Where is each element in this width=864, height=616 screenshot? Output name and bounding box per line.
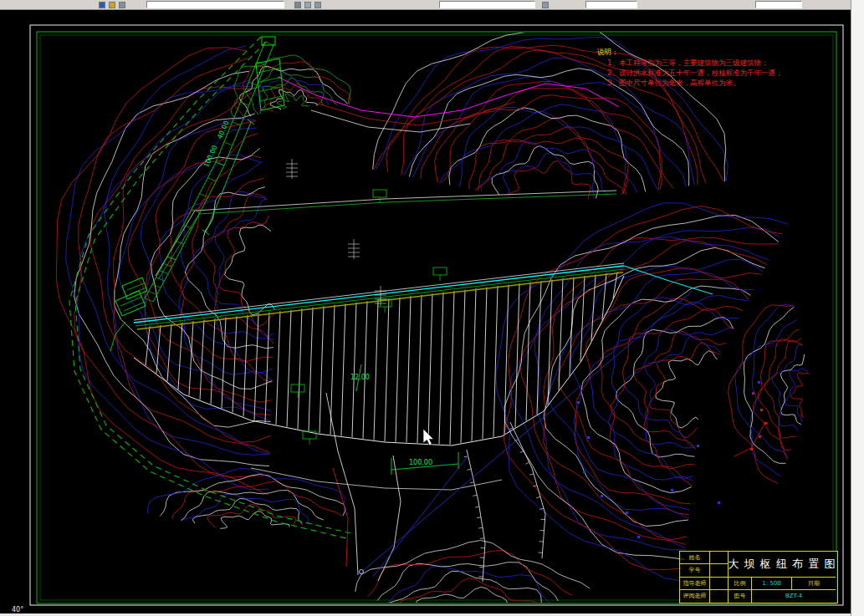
right-panel-strip[interactable] bbox=[851, 0, 864, 616]
title-block-value bbox=[710, 590, 729, 603]
contour-lines bbox=[56, 24, 809, 616]
dam-structure bbox=[110, 263, 713, 445]
survey-points bbox=[577, 381, 767, 538]
boundary-dashed-line bbox=[69, 37, 350, 539]
title-block-label: 评阅老师 bbox=[680, 590, 710, 603]
cad-canvas[interactable] bbox=[0, 0, 864, 616]
drawing-frame bbox=[30, 25, 843, 605]
scale-label: 比例 bbox=[729, 578, 752, 590]
cad-app-window: 说明： 1、本工程等别为三等，主要建筑物为三级建筑物； 2、设计洪水标准为五十年… bbox=[0, 0, 864, 616]
note-line: 2、设计洪水标准为五十年一遇，校核标准为千年一遇； bbox=[607, 68, 782, 78]
sheet-value: BZT-4 bbox=[752, 590, 836, 603]
note-line: 1、本工程等别为三等，主要建筑物为三级建筑物； bbox=[607, 58, 782, 68]
toolbar-icon[interactable] bbox=[99, 2, 105, 8]
spillway-structure bbox=[145, 37, 284, 302]
toolbar-field[interactable] bbox=[585, 1, 637, 8]
coordinate-readout: 40° bbox=[12, 606, 23, 613]
toolbar[interactable] bbox=[0, 0, 851, 10]
title-block-label: 指导老师 bbox=[680, 578, 710, 590]
toolbar-icon[interactable] bbox=[119, 2, 125, 8]
title-block: 姓名 大 坝 枢 纽 布 置 图 学号 指导老师 比例 1: 500 日期 评阅… bbox=[679, 551, 838, 603]
access-road-line bbox=[156, 191, 616, 278]
scale-value: 1: 500 bbox=[752, 578, 792, 590]
drawing-notes: 说明： 1、本工程等别为三等，主要建筑物为三级建筑物； 2、设计洪水标准为五十年… bbox=[597, 47, 782, 88]
toolbar-icon[interactable] bbox=[304, 2, 311, 8]
drawing-title: 大 坝 枢 纽 布 置 图 bbox=[729, 552, 836, 578]
title-block-value bbox=[710, 564, 729, 577]
sheet-label: 图号 bbox=[729, 590, 752, 603]
toolbar-icon[interactable] bbox=[109, 2, 115, 8]
notes-title: 说明： bbox=[597, 47, 782, 57]
toolbar-field[interactable] bbox=[755, 1, 802, 8]
toolbar-icon[interactable] bbox=[314, 2, 321, 8]
ridge-lines bbox=[278, 77, 619, 132]
note-line: 3、图中尺寸单位为毫米，高程单位为米。 bbox=[607, 78, 782, 88]
title-block-value bbox=[710, 578, 729, 590]
toolbar-field[interactable] bbox=[146, 1, 284, 8]
toolbar-field[interactable] bbox=[439, 1, 535, 8]
title-block-value bbox=[710, 552, 729, 564]
title-block-label: 姓名 bbox=[680, 552, 710, 564]
dim-label-dam-crest: 12.00 bbox=[350, 374, 370, 381]
title-block-label: 学号 bbox=[680, 564, 710, 577]
dim-label-dam-base: 100.00 bbox=[409, 459, 432, 466]
date-label: 日期 bbox=[792, 578, 836, 590]
toolbar-icon[interactable] bbox=[542, 2, 549, 8]
toolbar-icon[interactable] bbox=[294, 2, 301, 8]
